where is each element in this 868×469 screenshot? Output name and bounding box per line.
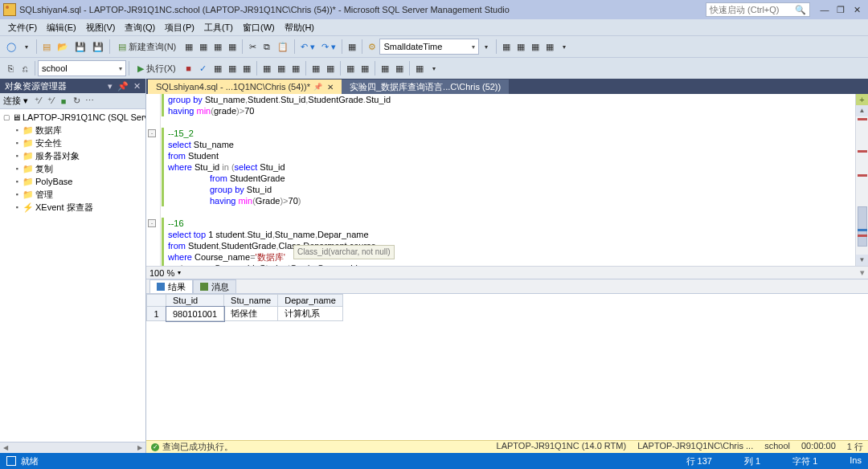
- results-to-text-icon[interactable]: ▦: [289, 60, 303, 76]
- results-grid[interactable]: Stu_id Stu_name Depar_name 1 980101001 韬…: [146, 293, 868, 440]
- col-stu-id[interactable]: Stu_id: [166, 295, 224, 307]
- database-combo[interactable]: school ▾: [38, 60, 126, 76]
- editor-vscrollbar[interactable]: + ▲ ▼: [855, 94, 868, 266]
- results-to-grid-icon[interactable]: ▦: [309, 60, 323, 76]
- oe-refresh-icon[interactable]: ↻: [70, 96, 83, 106]
- results-tab[interactable]: 结果: [149, 279, 193, 293]
- cut-button[interactable]: ✂: [245, 39, 260, 55]
- cell-depar-name[interactable]: 计算机系: [278, 307, 343, 321]
- sql-editor[interactable]: group by Stu_name,Student.Stu_id,Student…: [165, 94, 855, 266]
- maximize-button[interactable]: ❐: [833, 2, 849, 17]
- oe-node-polybase[interactable]: ▪📁PolyBase: [0, 175, 145, 188]
- close-button[interactable]: ✕: [849, 2, 865, 17]
- oe-node-security[interactable]: ▪📁安全性: [0, 137, 145, 149]
- cell-stu-id[interactable]: 980101001: [166, 307, 224, 321]
- collapse-marker[interactable]: -: [148, 129, 156, 137]
- col-stu-name[interactable]: Stu_name: [224, 295, 278, 307]
- debug-target-icon[interactable]: ⚙: [365, 39, 379, 55]
- new-query-button[interactable]: ▤ 新建查询(N): [113, 39, 182, 55]
- menu-edit[interactable]: 编辑(E): [42, 20, 81, 35]
- activity-monitor-icon[interactable]: ▦: [514, 39, 528, 55]
- menu-window[interactable]: 窗口(W): [238, 20, 280, 35]
- oe-node-server-objects[interactable]: ▪📁服务器对象: [0, 149, 145, 162]
- oe-hscrollbar[interactable]: ◀▶: [0, 442, 145, 453]
- outline-gutter[interactable]: - -: [146, 94, 161, 266]
- minimize-button[interactable]: —: [817, 2, 833, 17]
- tab-close-icon[interactable]: ✕: [327, 83, 334, 92]
- menu-query[interactable]: 查询(Q): [120, 20, 160, 35]
- more-toolbar2-dd[interactable]: ▾: [557, 39, 571, 55]
- oe-pin-icon[interactable]: 📌: [117, 81, 129, 92]
- oe-stop-icon[interactable]: ⁺⁄: [44, 96, 57, 106]
- uncomment-icon[interactable]: ▦: [358, 60, 372, 76]
- zoom-level[interactable]: 100 %: [149, 268, 174, 278]
- specify-values-icon[interactable]: ▦: [412, 60, 427, 76]
- mdx-query-icon[interactable]: ▦: [211, 39, 225, 55]
- estimated-plan-icon[interactable]: ▦: [211, 60, 225, 76]
- results-to-file-icon[interactable]: ▦: [323, 60, 338, 76]
- tab-experiment4[interactable]: 实验四_数据库查询语言...C\Chris (52)): [342, 80, 509, 94]
- more-sql-dd[interactable]: ▾: [427, 60, 441, 76]
- comment-icon[interactable]: ▦: [343, 60, 358, 76]
- indent-icon[interactable]: ▦: [378, 60, 392, 76]
- use-db-icon[interactable]: ⎘: [3, 60, 18, 76]
- redo-button[interactable]: ↷ ▾: [318, 39, 339, 55]
- oe-disconnect-icon[interactable]: ⁺⁄: [31, 96, 44, 106]
- menu-help[interactable]: 帮助(H): [280, 20, 319, 35]
- menu-tools[interactable]: 工具(T): [199, 20, 238, 35]
- collapse-marker[interactable]: -: [148, 219, 156, 227]
- stop-button[interactable]: ■: [182, 60, 196, 76]
- template-explorer-icon[interactable]: ▦: [528, 39, 542, 55]
- tab-pin-icon[interactable]: 📌: [313, 83, 322, 91]
- menu-file[interactable]: 文件(F): [3, 20, 42, 35]
- cell-stu-name[interactable]: 韬保佳: [224, 307, 278, 321]
- menu-view[interactable]: 视图(V): [81, 20, 121, 35]
- oe-more-icon[interactable]: ⋯: [83, 96, 96, 106]
- oe-close-icon[interactable]: ✕: [133, 81, 141, 92]
- table-row[interactable]: 1 980101001 韬保佳 计算机系: [147, 307, 343, 321]
- copy-button[interactable]: ⧉: [260, 39, 274, 55]
- oe-server-node[interactable]: ▢ 🖥 LAPTOP-JR91Q1NC (SQL Server 14.0: [0, 111, 145, 124]
- as-query-icon[interactable]: ▦: [196, 39, 211, 55]
- col-depar-name[interactable]: Depar_name: [278, 295, 343, 307]
- tab-sqlshiyan4[interactable]: SQLshiyan4.sql - ...1Q1NC\Chris (54))* 📌…: [148, 80, 342, 94]
- more-toolbar-dd[interactable]: ▾: [479, 39, 493, 55]
- split-add-icon[interactable]: +: [856, 94, 868, 105]
- solution-icon[interactable]: ▦: [345, 39, 359, 55]
- oe-tree[interactable]: ▢ 🖥 LAPTOP-JR91Q1NC (SQL Server 14.0 ▪📁数…: [0, 109, 145, 442]
- change-connection-icon[interactable]: ⎌: [18, 60, 32, 76]
- oe-dropdown-icon[interactable]: ▾: [108, 81, 113, 92]
- open-file-button[interactable]: 📂: [54, 39, 72, 55]
- properties-icon[interactable]: ▦: [542, 39, 557, 55]
- query-options-icon[interactable]: ▦: [225, 60, 240, 76]
- oe-node-management[interactable]: ▪📁管理: [0, 188, 145, 201]
- new-file-button[interactable]: ▤: [39, 39, 54, 55]
- type-combo[interactable]: SmalldateTime ▾: [379, 39, 479, 55]
- oe-node-replication[interactable]: ▪📁复制: [0, 162, 145, 175]
- registered-servers-icon[interactable]: ▦: [499, 39, 514, 55]
- nav-back-button[interactable]: ◯: [3, 39, 19, 55]
- oe-connect-button[interactable]: 连接 ▾: [3, 95, 28, 107]
- intellisense-icon[interactable]: ▦: [240, 60, 254, 76]
- save-button[interactable]: 💾: [72, 39, 89, 55]
- parse-button[interactable]: ✓: [196, 60, 211, 76]
- dmx-query-icon[interactable]: ▦: [225, 39, 240, 55]
- oe-filter-icon[interactable]: ■: [57, 96, 70, 106]
- db-engine-query-icon[interactable]: ▦: [182, 39, 196, 55]
- execute-button[interactable]: ▶ 执行(X): [132, 60, 182, 76]
- oe-node-databases[interactable]: ▪📁数据库: [0, 124, 145, 137]
- splitter-handle[interactable]: ▾: [860, 267, 865, 278]
- include-stats-icon[interactable]: ▦: [274, 60, 289, 76]
- menu-project[interactable]: 项目(P): [160, 20, 199, 35]
- include-plan-icon[interactable]: ▦: [260, 60, 274, 76]
- outdent-icon[interactable]: ▦: [392, 60, 407, 76]
- oe-node-xevent[interactable]: ▪⚡XEvent 探查器: [0, 201, 145, 214]
- scroll-thumb[interactable]: [858, 206, 867, 247]
- status-user: LAPTOP-JR91Q1NC\Chris ...: [637, 441, 753, 453]
- nav-fwd-button[interactable]: ▾: [19, 39, 34, 55]
- save-all-button[interactable]: 💾: [89, 39, 107, 55]
- paste-button[interactable]: 📋: [274, 39, 292, 55]
- undo-button[interactable]: ↶ ▾: [297, 39, 318, 55]
- quick-launch-input[interactable]: 快速启动 (Ctrl+Q) 🔍: [706, 2, 810, 17]
- messages-tab[interactable]: 消息: [193, 279, 236, 293]
